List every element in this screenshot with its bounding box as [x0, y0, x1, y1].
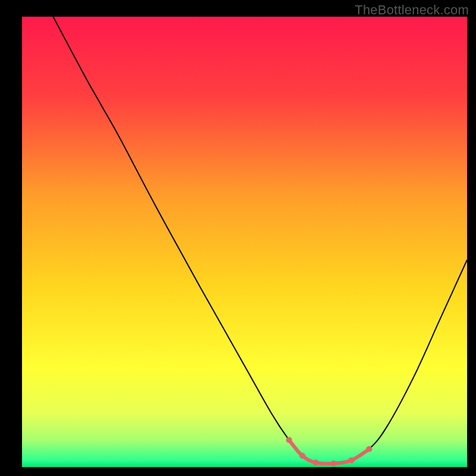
- optimal-dot: [331, 461, 337, 466]
- optimal-dot: [366, 446, 372, 452]
- optimal-dot: [313, 459, 319, 465]
- chart-svg: [0, 0, 476, 476]
- optimal-dot: [286, 437, 292, 443]
- optimal-dot: [299, 453, 305, 459]
- optimal-dot: [349, 458, 355, 464]
- frame-right: [467, 0, 476, 476]
- frame-bottom: [0, 467, 476, 476]
- bottleneck-chart: TheBottleneck.com: [0, 0, 476, 476]
- watermark-text: TheBottleneck.com: [355, 2, 469, 18]
- frame-left: [0, 0, 22, 476]
